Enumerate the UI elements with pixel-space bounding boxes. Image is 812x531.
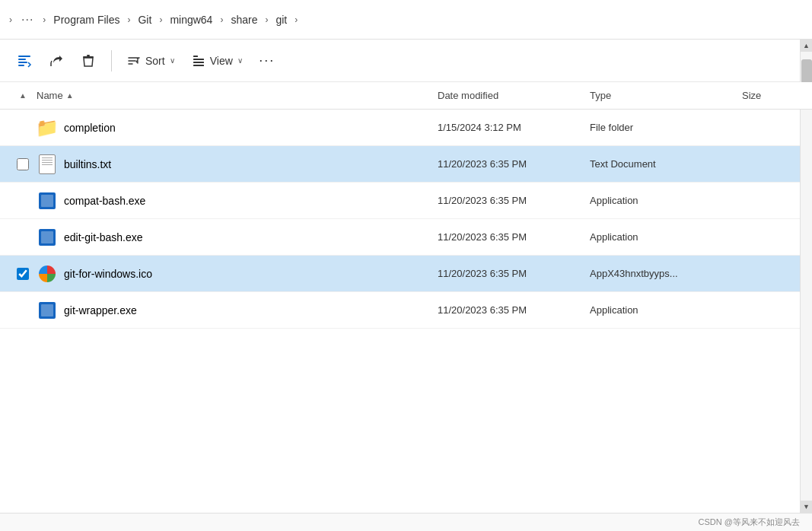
exe-icon — [37, 190, 58, 211]
table-row[interactable]: builtins.txt11/20/2023 6:35 PMText Docum… — [0, 146, 812, 183]
ico-file-icon — [39, 266, 56, 282]
file-date: 11/20/2023 6:35 PM — [438, 195, 590, 206]
scrollbar-track[interactable] — [801, 52, 813, 501]
svg-rect-2 — [18, 62, 27, 63]
txt-icon — [37, 154, 58, 175]
toolbar-divider — [111, 50, 112, 72]
breadcrumb-item-mingw64[interactable]: mingw64 — [165, 11, 217, 29]
file-name: completion — [64, 122, 438, 134]
exe-icon — [37, 227, 58, 248]
breadcrumb-back-chevron[interactable]: › — [9, 14, 12, 25]
view-button[interactable]: View ∨ — [184, 46, 250, 76]
breadcrumb-sep-0: › — [43, 14, 46, 25]
file-type: Application — [590, 195, 742, 206]
rename-button[interactable] — [9, 46, 40, 76]
file-name: compat-bash.exe — [64, 195, 438, 207]
txt-file-icon — [39, 154, 56, 174]
exe-file-icon — [39, 229, 56, 246]
file-type: File folder — [590, 122, 742, 133]
more-button[interactable]: ··· — [252, 46, 282, 76]
breadcrumb-item-program-files[interactable]: Program Files — [49, 11, 124, 29]
view-chevron: ∨ — [237, 56, 243, 65]
svg-rect-1 — [18, 59, 26, 60]
table-row[interactable]: git-wrapper.exe11/20/2023 6:35 PMApplica… — [0, 292, 812, 329]
svg-rect-6 — [193, 56, 198, 57]
table-row[interactable]: git-for-windows.ico11/20/2023 6:35 PMApp… — [0, 256, 812, 292]
row-checkbox[interactable] — [17, 268, 29, 280]
view-label: View — [210, 55, 233, 67]
sort-chevron: ∨ — [170, 56, 175, 65]
svg-rect-8 — [193, 62, 204, 63]
more-dots: ··· — [259, 52, 275, 68]
file-date: 11/20/2023 6:35 PM — [438, 304, 590, 316]
delete-button[interactable] — [73, 46, 103, 76]
status-bar: CSDN @等风来不如迎风去 — [0, 513, 812, 531]
breadcrumb-sep-3: › — [220, 14, 223, 25]
breadcrumb-sep-2: › — [159, 14, 162, 25]
breadcrumb-sep-1: › — [127, 14, 130, 25]
ico-icon — [37, 263, 58, 285]
row-checkbox-col — [9, 158, 37, 170]
file-date: 1/15/2024 3:12 PM — [438, 122, 590, 133]
sort-button[interactable]: Sort ∨ — [119, 46, 183, 76]
date-modified-header[interactable]: Date modified — [438, 90, 590, 101]
breadcrumb-item-share[interactable]: share — [226, 11, 262, 29]
svg-rect-4 — [87, 55, 90, 56]
type-header[interactable]: Type — [590, 90, 742, 101]
table-row[interactable]: 📁completion1/15/2024 3:12 PMFile folder — [0, 110, 812, 146]
breadcrumb-ellipsis[interactable]: ··· — [15, 10, 40, 30]
sort-by-name[interactable]: Name ▲ — [37, 90, 438, 101]
file-name: git-wrapper.exe — [64, 304, 438, 316]
header-checkbox-col: ▲ — [9, 91, 37, 100]
table-row[interactable]: compat-bash.exe11/20/2023 6:35 PMApplica… — [0, 183, 812, 219]
file-rows-container: 📁completion1/15/2024 3:12 PMFile folderb… — [0, 110, 812, 329]
breadcrumb-item-git-inner[interactable]: git — [271, 11, 291, 29]
breadcrumb: › ··· › Program Files › Git › mingw64 › … — [0, 0, 812, 40]
breadcrumb-item-git[interactable]: Git — [133, 11, 156, 29]
breadcrumb-sep-4: › — [265, 14, 268, 25]
exe-file-icon — [39, 192, 56, 209]
file-type: Application — [590, 304, 742, 316]
row-checkbox-col — [9, 268, 37, 280]
toolbar: Sort ∨ View ∨ ··· — [0, 40, 812, 82]
file-type: Text Document — [590, 158, 742, 170]
column-headers: ▲ Name ▲ Date modified Type Size — [0, 82, 812, 110]
row-checkbox[interactable] — [17, 158, 29, 170]
share-button[interactable] — [41, 46, 72, 76]
scrollbar-down[interactable]: ▼ — [801, 501, 813, 513]
file-name: builtins.txt — [64, 158, 438, 170]
file-date: 11/20/2023 6:35 PM — [438, 268, 590, 279]
scrollbar-up[interactable]: ▲ — [801, 40, 813, 52]
breadcrumb-sep-5: › — [295, 14, 298, 25]
name-sort-arrow: ▲ — [66, 91, 74, 100]
file-list-container: ▲ Name ▲ Date modified Type Size 📁comple… — [0, 82, 812, 513]
size-header[interactable]: Size — [742, 90, 803, 101]
file-date: 11/20/2023 6:35 PM — [438, 231, 590, 243]
svg-rect-7 — [193, 59, 204, 60]
exe-icon — [37, 300, 58, 321]
sort-label: Sort — [145, 55, 165, 67]
table-row[interactable]: edit-git-bash.exe11/20/2023 6:35 PMAppli… — [0, 219, 812, 256]
folder-icon: 📁 — [37, 117, 58, 138]
file-name: git-for-windows.ico — [64, 268, 438, 280]
svg-rect-0 — [18, 56, 30, 57]
svg-rect-3 — [18, 65, 24, 66]
collapse-arrow[interactable]: ▲ — [19, 91, 27, 100]
svg-rect-9 — [193, 65, 204, 66]
file-date: 11/20/2023 6:35 PM — [438, 158, 590, 170]
scrollbar[interactable]: ▲ ▼ — [800, 40, 812, 513]
file-name: edit-git-bash.exe — [64, 231, 438, 243]
file-type: AppX43hnxtbyyps... — [590, 268, 742, 279]
exe-file-icon — [39, 302, 56, 319]
name-header-label: Name — [37, 90, 63, 101]
file-type: Application — [590, 231, 742, 243]
status-text: CSDN @等风来不如迎风去 — [699, 517, 800, 528]
